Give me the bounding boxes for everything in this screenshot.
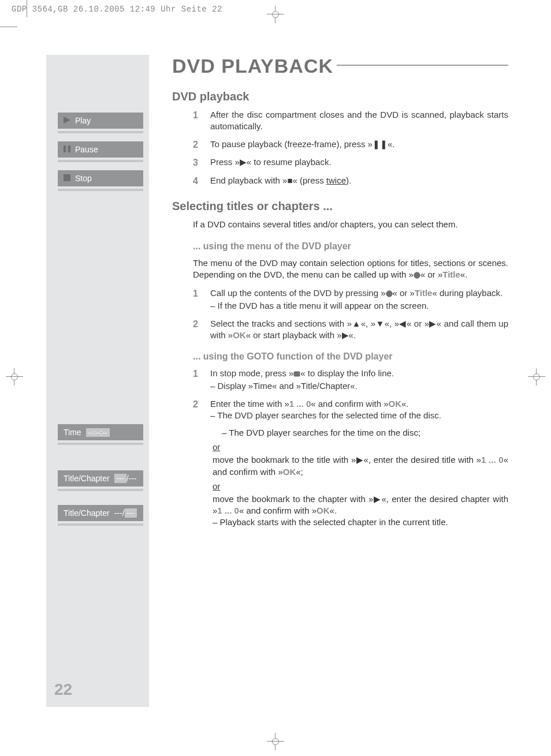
- subsection-menu-intro: The menu of the DVD may contain selectio…: [193, 257, 508, 282]
- info-icon: [293, 369, 300, 380]
- sidebar: Play Pause Stop Time --:--:-- Title/Chap…: [46, 55, 149, 707]
- osd-tc1-title-value: ---: [114, 474, 126, 483]
- osd-title-chapter-1: Title/Chapter --- / ---: [58, 470, 143, 486]
- svg-marker-0: [64, 117, 70, 123]
- menu-steps: 1 Call up the contents of the DVD by pre…: [193, 287, 508, 341]
- registration-mark-bottom: [267, 733, 284, 750]
- svg-rect-2: [68, 145, 70, 152]
- goto-alt-chapter: move the bookmark to the chapter with »▶…: [213, 493, 508, 529]
- osd-stop: Stop: [58, 170, 143, 186]
- page-number: 22: [54, 680, 72, 699]
- or-separator: or: [213, 481, 508, 491]
- main-content: DVD PLAYBACK DVD playback 1After the dis…: [149, 55, 520, 707]
- dvd-playback-steps: 1After the disc compartment closes and t…: [193, 109, 508, 187]
- list-item: 4End playback with »■« (press twice).: [193, 175, 508, 188]
- osd-title-chapter-2: Title/Chapter --- / ---: [58, 505, 143, 521]
- play-icon: [64, 116, 70, 125]
- osd-play-label: Play: [75, 116, 91, 125]
- or-separator: or: [213, 442, 508, 452]
- osd-tc2-label: Title/Chapter: [64, 508, 110, 518]
- list-item: 2 Enter the time with »1 ... 0« and conf…: [193, 398, 508, 422]
- osd-tc1-chapter-value: ---: [129, 474, 137, 483]
- subsection-goto-heading: ... using the GOTO function of the DVD p…: [193, 351, 508, 362]
- osd-play: Play: [58, 113, 143, 129]
- list-item: 3Press »▶« to resume playback.: [193, 156, 508, 169]
- list-item: 2 Select the tracks and sections with »▲…: [193, 318, 508, 342]
- osd-time: Time --:--:--: [58, 424, 143, 440]
- print-job-header: GDP 3564,GB 26.10.2005 12:49 Uhr Seite 2…: [12, 5, 222, 14]
- section-selecting-intro: If a DVD contains several titles and/or …: [193, 219, 508, 230]
- registration-mark-left: [6, 368, 23, 386]
- registration-mark-right: [528, 368, 545, 386]
- osd-time-value: --:--:--: [86, 428, 110, 437]
- list-item: 1After the disc compartment closes and t…: [193, 109, 508, 133]
- svg-point-7: [388, 293, 390, 295]
- menu-icon: [414, 270, 420, 282]
- registration-mark-top: [267, 6, 284, 23]
- osd-tc2-title-value: ---: [114, 508, 122, 518]
- subsection-menu-heading: ... using the menu of the DVD player: [193, 241, 508, 252]
- menu-icon: [386, 289, 393, 300]
- svg-point-5: [416, 274, 418, 276]
- list-item: 1 Call up the contents of the DVD by pre…: [193, 287, 508, 312]
- osd-pause: Pause: [58, 141, 143, 158]
- osd-pause-label: Pause: [75, 145, 98, 154]
- section-selecting-heading: Selecting titles or chapters ...: [172, 200, 508, 213]
- svg-rect-3: [64, 174, 70, 181]
- goto-note: – The DVD player searches for the time o…: [222, 427, 508, 439]
- crop-mark: [0, 27, 17, 27]
- list-item: 1 In stop mode, press »« to display the …: [193, 368, 508, 392]
- page-title: DVD PLAYBACK: [172, 55, 508, 77]
- section-dvd-playback-heading: DVD playback: [172, 90, 508, 103]
- goto-alt-title: move the bookmark to the title with »▶«,…: [213, 454, 508, 478]
- osd-time-label: Time: [64, 428, 81, 437]
- pause-icon: [64, 145, 70, 154]
- osd-tc1-label: Title/Chapter: [64, 474, 110, 483]
- svg-rect-1: [64, 145, 66, 152]
- osd-stop-label: Stop: [75, 174, 92, 183]
- crop-mark: [27, 0, 27, 17]
- osd-tc2-chapter-value: ---: [125, 508, 137, 518]
- stop-icon: [64, 174, 70, 183]
- list-item: 2To pause playback (freeze-frame), press…: [193, 139, 508, 151]
- goto-steps: 1 In stop mode, press »« to display the …: [193, 368, 508, 421]
